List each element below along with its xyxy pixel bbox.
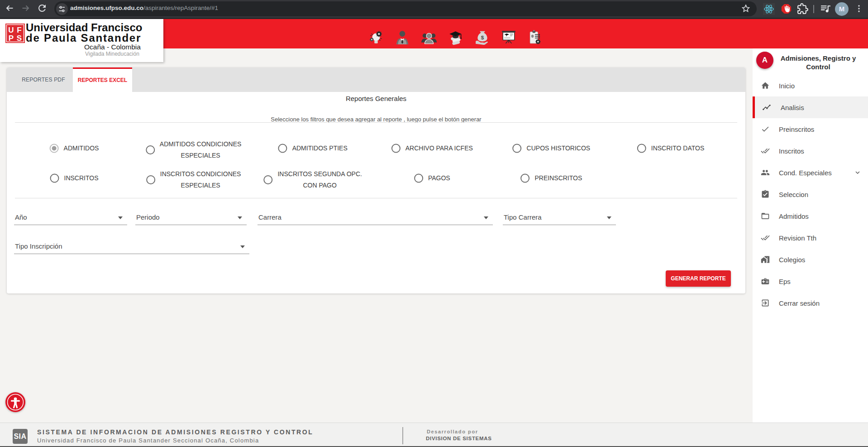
svg-text:P: P xyxy=(9,34,14,43)
svg-text:S: S xyxy=(17,34,22,43)
svg-text:U: U xyxy=(8,26,14,34)
svg-text:F: F xyxy=(17,26,21,34)
svg-text:$: $ xyxy=(481,34,484,40)
